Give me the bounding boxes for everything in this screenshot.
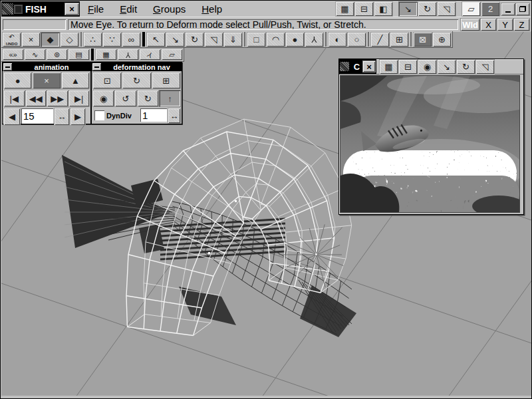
deformation-panel-title: deformation nav: [102, 63, 182, 71]
curve-icon: ◠: [272, 35, 279, 44]
attach-button[interactable]: ◆: [41, 33, 59, 47]
curve-button[interactable]: ◠: [267, 33, 285, 47]
blob-button[interactable]: ○: [348, 33, 366, 47]
select-arrow-button[interactable]: ↖: [147, 33, 165, 47]
dyndiv-checkbox[interactable]: [94, 110, 104, 120]
titlebar-toolbar: ▦⊟◧ ↘↻◹ ▱2: [335, 1, 529, 17]
grid-button[interactable]: ▦: [96, 49, 116, 60]
window-title: FISH: [25, 4, 65, 15]
move-icon: ↘: [172, 35, 179, 44]
scale-icon: ◹: [444, 5, 450, 13]
menu-edit[interactable]: Edit: [118, 3, 138, 15]
translate-button[interactable]: ↘: [399, 2, 417, 16]
status-field: [3, 19, 66, 30]
camera-window: C × ▦⊟◉↘↻◹: [338, 59, 524, 215]
rotate-ccw-button[interactable]: ↺: [115, 90, 136, 106]
camera-unwrap-button[interactable]: ⊟: [399, 60, 417, 74]
minimize-panel-button[interactable]: [92, 63, 101, 70]
perspective-box-button[interactable]: ▱: [162, 49, 182, 60]
translate-button[interactable]: ↘: [438, 60, 456, 74]
frame-number-field[interactable]: [21, 108, 53, 124]
axis-y-button[interactable]: Y: [497, 19, 513, 31]
spreadsheet-button[interactable]: ▤: [68, 49, 89, 60]
play-button[interactable]: ▲: [62, 72, 89, 88]
twist-icon: ⊛: [54, 51, 60, 59]
menu-file[interactable]: File: [86, 3, 105, 15]
camera-render-view[interactable]: [340, 76, 519, 212]
maximize-button[interactable]: [516, 3, 529, 15]
window-tile-button[interactable]: ⊟: [355, 2, 373, 16]
wire-select-icon: ⊠: [419, 35, 426, 44]
bind-points-icon: ∞: [128, 35, 134, 44]
minimize-button[interactable]: [501, 3, 515, 15]
deform-rotate-button[interactable]: ↻: [122, 72, 150, 88]
undo-button[interactable]: UNDO↶: [3, 33, 21, 47]
cancel-key-button[interactable]: ×: [33, 72, 60, 88]
axis-x-button[interactable]: X: [481, 19, 496, 31]
titlebar: FISH × File Edit Groups Help ▦⊟◧ ↘↻◹ ▱2: [1, 1, 531, 17]
deformation-row1: ⊡↻⊞: [92, 71, 182, 89]
axis-button[interactable]: Y: [305, 33, 323, 47]
deform-translate-button[interactable]: ⊡: [93, 72, 121, 88]
minimize-panel-button[interactable]: [3, 63, 12, 70]
camera-title-left: C ×: [339, 59, 376, 74]
key-range-button[interactable]: «»: [3, 49, 23, 60]
wire-select-button[interactable]: ⊠: [414, 33, 432, 47]
detach-button[interactable]: ◇: [61, 33, 78, 47]
axis-y-button[interactable]: Y: [118, 49, 138, 60]
record-button[interactable]: ●: [4, 72, 31, 88]
separator: [91, 49, 94, 61]
rotate-cw-button[interactable]: ↻: [138, 90, 158, 106]
frame-back-button[interactable]: ◀: [4, 108, 20, 125]
sphere-primitive-button[interactable]: ●: [286, 33, 304, 47]
deform-rotate-icon: ↻: [133, 76, 140, 85]
deform-scale-button[interactable]: ⊞: [152, 72, 180, 88]
drop-button[interactable]: ⇓: [224, 33, 242, 47]
lasso-button[interactable]: ∿: [25, 49, 45, 60]
dyndiv-field[interactable]: [140, 108, 167, 122]
scale-button[interactable]: ◹: [438, 2, 456, 16]
wireframe-view-button[interactable]: ▱: [462, 2, 480, 16]
menu-help[interactable]: Help: [200, 3, 223, 15]
knife-button[interactable]: ╱: [371, 33, 389, 47]
raise-button[interactable]: ↑: [160, 90, 180, 106]
group-points-button[interactable]: ∴: [84, 33, 102, 47]
axis-world-button[interactable]: Wld: [461, 19, 479, 31]
camera-button[interactable]: ◉: [418, 60, 436, 74]
dyndiv-range-button[interactable]: ↔: [168, 108, 180, 123]
turn-button[interactable]: ↻: [418, 2, 436, 16]
bind-points-button[interactable]: ∞: [122, 33, 140, 47]
hemisphere-button[interactable]: ◐: [329, 33, 346, 47]
move-button[interactable]: ↘: [166, 33, 184, 47]
break-button[interactable]: ×: [22, 33, 40, 47]
separator: [244, 32, 245, 47]
scale-button[interactable]: ◹: [476, 60, 494, 74]
scale-button[interactable]: ◹: [205, 33, 223, 47]
face-box-button[interactable]: ⊞: [390, 33, 408, 47]
turn-button[interactable]: ↻: [457, 60, 475, 74]
rewind-button[interactable]: ◀◀: [26, 90, 47, 106]
menu-groups[interactable]: Groups: [152, 3, 187, 15]
axis-tilt-button[interactable]: Y: [140, 49, 160, 60]
axis-z-button[interactable]: Z: [514, 19, 529, 31]
camera-close-icon[interactable]: ×: [363, 61, 375, 72]
twist-button[interactable]: ⊛: [47, 49, 67, 60]
undo-icon: ↶: [9, 34, 14, 41]
hide-points-button[interactable]: ∵: [103, 33, 121, 47]
window-multi-view-button[interactable]: ▦: [336, 2, 354, 16]
fast-forward-button[interactable]: ▶▶: [47, 90, 68, 106]
deform-sphere-button[interactable]: ◉: [93, 90, 114, 106]
magnify-button[interactable]: ⊕: [433, 33, 451, 47]
frame-forward-button[interactable]: ▶: [70, 108, 85, 125]
animation-frame-row: ◀ ↔ ▶: [3, 107, 90, 126]
rotate-button[interactable]: ↻: [186, 33, 203, 47]
first-frame-button[interactable]: |◀: [4, 90, 25, 106]
window-split-button[interactable]: ◧: [374, 2, 392, 16]
camera-grid-button[interactable]: ▦: [380, 60, 398, 74]
fast-forward-icon: ▶▶: [51, 94, 64, 103]
close-icon[interactable]: ×: [65, 3, 78, 15]
shaded-view-button[interactable]: 2: [481, 2, 499, 16]
box-primitive-button[interactable]: □: [247, 33, 265, 47]
last-frame-button[interactable]: ▶|: [69, 90, 90, 106]
frame-range-button[interactable]: ↔: [55, 108, 69, 125]
